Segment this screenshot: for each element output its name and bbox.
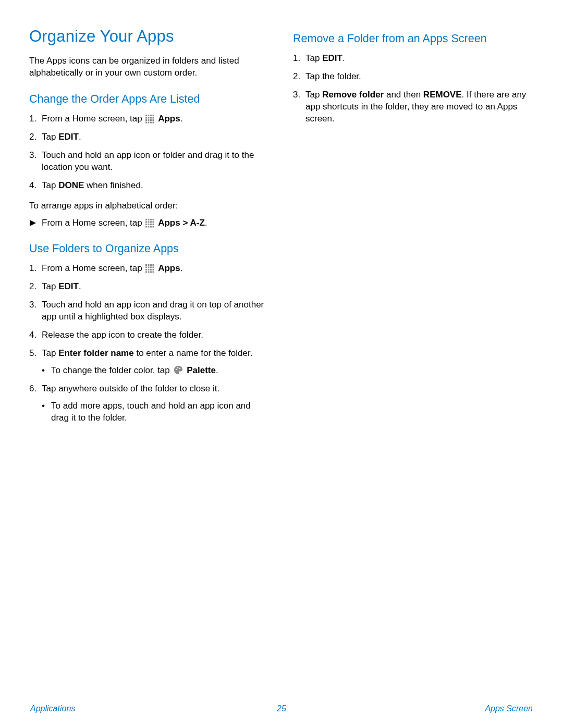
step-number: 6. — [29, 383, 36, 395]
footer-right: Apps Screen — [485, 704, 533, 713]
svg-rect-42 — [148, 269, 150, 270]
svg-rect-26 — [148, 224, 150, 225]
step-text-prefix: Tap — [42, 281, 58, 291]
step-bold-text: Apps — [158, 114, 180, 124]
svg-rect-37 — [145, 267, 147, 268]
step-item: 2. Tap EDIT. — [29, 131, 270, 143]
svg-rect-47 — [150, 272, 152, 273]
svg-rect-0 — [145, 115, 147, 116]
step-bold-text-2: REMOVE — [423, 90, 462, 100]
section-a-alpha-step: From a Home screen, tap Apps > A-Z. — [29, 217, 270, 229]
apps-grid-icon — [145, 218, 154, 228]
alpha-suffix: . — [205, 218, 207, 228]
svg-rect-20 — [153, 219, 154, 220]
svg-rect-27 — [150, 224, 152, 225]
sub-bullets: To add more apps, touch and hold an app … — [42, 400, 270, 424]
svg-rect-46 — [148, 272, 150, 273]
step-suffix: . — [342, 53, 345, 63]
step-item: 4. Tap DONE when finished. — [29, 180, 270, 192]
page-footer: Applications 25 Apps Screen — [0, 704, 563, 713]
svg-rect-36 — [153, 264, 154, 266]
step-text-prefix: Tap — [305, 53, 322, 63]
svg-rect-2 — [150, 115, 152, 116]
play-arrow-icon — [29, 218, 36, 230]
step-item: 3. Touch and hold an app icon or folder … — [29, 150, 270, 174]
step-bold-text: EDIT — [322, 53, 342, 63]
step-number: 3. — [29, 299, 36, 311]
svg-rect-3 — [153, 115, 154, 116]
step-item: 4. Release the app icon to create the fo… — [29, 329, 270, 341]
step-item: 5. Tap Enter folder name to enter a name… — [29, 348, 270, 377]
svg-rect-7 — [153, 117, 154, 118]
step-number: 5. — [29, 348, 36, 360]
sub-bold: Palette — [187, 365, 216, 375]
svg-rect-18 — [148, 219, 150, 220]
step-suffix: when finished. — [84, 180, 143, 190]
svg-rect-22 — [148, 221, 150, 223]
document-page: Organize Your Apps The Apps icons can be… — [0, 0, 563, 728]
step-suffix: to enter a name for the folder. — [134, 348, 253, 358]
svg-rect-5 — [148, 117, 150, 118]
step-text-prefix: Tap — [42, 132, 58, 142]
step-number: 2. — [29, 281, 36, 293]
svg-rect-8 — [145, 119, 147, 121]
step-number: 1. — [29, 263, 36, 275]
footer-page-number: 25 — [277, 704, 286, 713]
step-number: 4. — [29, 329, 36, 341]
step-item: 2. Tap the folder. — [293, 71, 534, 83]
step-text: Release the app icon to create the folde… — [42, 330, 203, 340]
footer-left: Applications — [30, 704, 75, 713]
section-remove-folder-heading: Remove a Folder from an Apps Screen — [293, 32, 534, 45]
svg-rect-17 — [145, 219, 147, 220]
step-text: Touch and hold an app icon and drag it o… — [42, 300, 264, 322]
svg-point-50 — [177, 367, 178, 369]
step-number: 3. — [29, 150, 36, 162]
step-number: 4. — [29, 180, 36, 192]
step-item: 1. From a Home screen, tap Apps. — [29, 263, 270, 275]
step-text-prefix: From a Home screen, tap — [42, 263, 144, 273]
step-text: Tap anywhere outside of the folder to cl… — [42, 384, 219, 393]
svg-rect-38 — [148, 267, 150, 268]
step-item: 1. From a Home screen, tap Apps. — [29, 113, 270, 125]
step-bold-text: Enter folder name — [58, 348, 134, 358]
svg-rect-30 — [148, 226, 150, 227]
step-suffix: . — [79, 132, 81, 142]
column-layout: Organize Your Apps The Apps icons can be… — [29, 27, 534, 430]
step-number: 2. — [29, 131, 36, 143]
svg-rect-34 — [148, 264, 150, 266]
step-text-prefix: From a Home screen, tap — [42, 114, 144, 124]
alpha-prefix: From a Home screen, tap — [42, 218, 144, 228]
svg-rect-35 — [150, 264, 152, 266]
svg-marker-16 — [30, 220, 36, 226]
step-text-prefix: Tap — [42, 180, 58, 190]
svg-rect-4 — [145, 117, 147, 118]
apps-grid-icon — [145, 264, 154, 273]
step-item: 2. Tap EDIT. — [29, 281, 270, 293]
sub-text: To add more apps, touch and hold an app … — [51, 401, 251, 423]
svg-rect-1 — [148, 115, 150, 116]
svg-rect-13 — [148, 121, 150, 123]
svg-rect-6 — [150, 117, 152, 118]
step-text-prefix: Tap — [305, 90, 322, 100]
svg-rect-44 — [153, 269, 154, 270]
section-a-subnote: To arrange apps in alphabetical order: — [29, 200, 270, 212]
step-text: Tap the folder. — [305, 71, 361, 81]
svg-point-51 — [179, 368, 180, 369]
section-c-steps: 1. Tap EDIT. 2. Tap the folder. 3. Tap R… — [293, 53, 534, 125]
step-bold-text: Remove folder — [322, 90, 384, 100]
alpha-bold: Apps > A-Z — [158, 218, 205, 228]
svg-rect-11 — [153, 119, 154, 121]
step-number: 2. — [293, 71, 300, 83]
svg-rect-33 — [145, 264, 147, 266]
svg-point-49 — [175, 369, 177, 371]
sub-suffix: . — [216, 365, 218, 375]
step-item: 3. Tap Remove folder and then REMOVE. If… — [293, 89, 534, 125]
step-text: Touch and hold an app icon or folder and… — [42, 150, 254, 172]
svg-rect-23 — [150, 221, 152, 223]
step-text-prefix: Tap — [42, 348, 58, 358]
svg-rect-45 — [145, 272, 147, 273]
palette-icon — [173, 365, 183, 375]
svg-rect-10 — [150, 119, 152, 121]
sub-bullet-item: To change the folder color, tap Palette. — [42, 365, 270, 377]
svg-rect-41 — [145, 269, 147, 270]
